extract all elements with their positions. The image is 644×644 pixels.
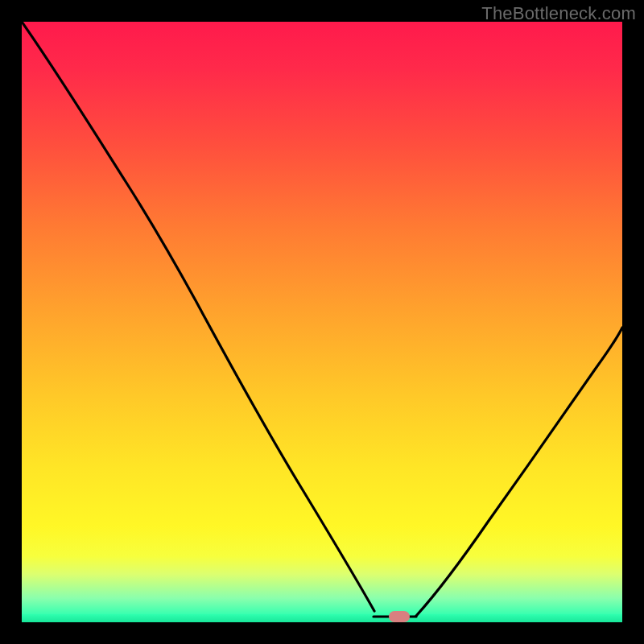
selection-marker bbox=[389, 611, 410, 622]
plot-area bbox=[22, 22, 622, 622]
bottleneck-curve-left bbox=[22, 22, 374, 611]
watermark-text: TheBottleneck.com bbox=[481, 3, 636, 24]
bottleneck-curve-right bbox=[416, 328, 622, 616]
bottleneck-curve-svg bbox=[22, 22, 622, 622]
chart-frame: TheBottleneck.com bbox=[0, 0, 644, 644]
